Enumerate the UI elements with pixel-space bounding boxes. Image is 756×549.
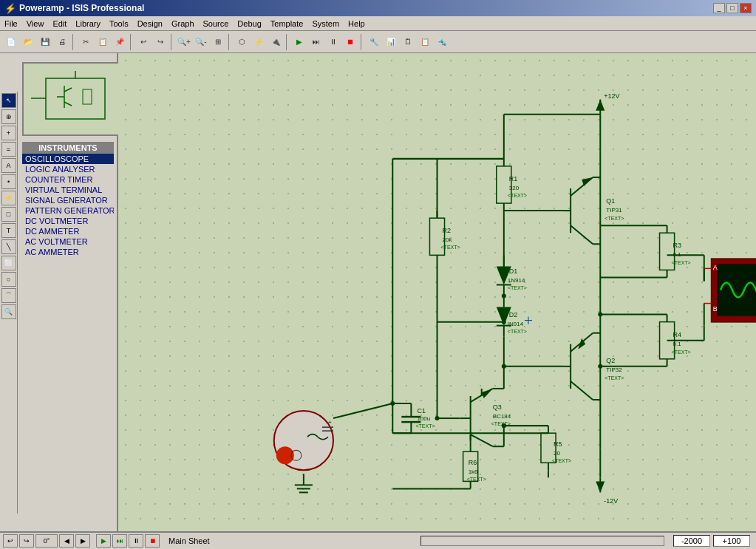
ltb-zoom[interactable]: 🔍	[1, 304, 16, 319]
menu-tools[interactable]: Tools	[105, 18, 133, 30]
minimize-button[interactable]: _	[713, 3, 725, 13]
instrument-pattern-generator[interactable]: PATTERN GENERATOR	[22, 205, 114, 216]
step-button[interactable]: ⏭	[112, 534, 127, 548]
tb-tools1[interactable]: 🔧	[366, 34, 382, 50]
menu-edit[interactable]: Edit	[48, 18, 71, 30]
menu-graph[interactable]: Graph	[167, 18, 199, 30]
svg-line-146	[333, 403, 392, 418]
ltb-label[interactable]: A	[1, 158, 16, 173]
tb-tools4[interactable]: 📋	[417, 34, 433, 50]
status-redo[interactable]: ↪	[19, 534, 34, 548]
svg-text:<TEXT>: <TEXT>	[552, 458, 571, 463]
tb-step[interactable]: ⏭	[308, 34, 324, 50]
ltb-rect[interactable]: ⬜	[1, 256, 16, 270]
svg-text:100u: 100u	[417, 415, 430, 422]
menu-library[interactable]: Library	[71, 18, 105, 30]
tb-tools5[interactable]: 🔩	[434, 34, 450, 50]
ltb-wire[interactable]: +	[1, 126, 16, 140]
tb-run[interactable]: ▶	[291, 34, 307, 50]
tb-stop[interactable]: ⏹	[342, 34, 358, 50]
tb-print[interactable]: 🖨	[54, 34, 70, 50]
svg-text:<TEXT>: <TEXT>	[672, 349, 691, 355]
svg-text:R6: R6	[469, 459, 477, 466]
ltb-line[interactable]: ╲	[1, 239, 16, 254]
ltb-junction[interactable]: •	[1, 174, 16, 189]
menu-design[interactable]: Design	[133, 18, 167, 30]
svg-point-119	[502, 423, 506, 428]
ltb-component[interactable]: ⊕	[1, 109, 16, 124]
tb-pause[interactable]: ⏸	[325, 34, 341, 50]
menu-debug[interactable]: Debug	[233, 18, 265, 30]
instrument-dc-ammeter[interactable]: DC AMMETER	[22, 226, 114, 236]
menu-template[interactable]: Template	[266, 18, 308, 30]
schematic-area[interactable]: +12V -12V R1 320 <TEXT> R2	[118, 53, 756, 531]
tb-copy[interactable]: 📋	[95, 34, 111, 50]
svg-line-89	[571, 381, 593, 400]
menu-view[interactable]: View	[22, 18, 49, 30]
preview-svg	[24, 64, 124, 134]
svg-text:R5: R5	[554, 440, 562, 448]
tb-sep6	[361, 34, 364, 50]
svg-text:R2: R2	[443, 227, 452, 234]
horizontal-scrollbar[interactable]	[420, 536, 665, 546]
nav-right[interactable]: ▶	[75, 534, 90, 548]
coord-y: +100	[713, 535, 750, 547]
svg-text:-12V: -12V	[604, 497, 618, 505]
nav-left[interactable]: ◀	[59, 534, 74, 548]
instrument-virtual-terminal[interactable]: VIRTUAL TERMINAL	[22, 185, 114, 195]
tb-cut[interactable]: ✂	[78, 34, 94, 50]
instrument-ac-voltmeter[interactable]: AC VOLTMETER	[22, 236, 114, 247]
tb-new[interactable]: 📄	[3, 34, 19, 50]
tb-tools2[interactable]: 📊	[383, 34, 399, 50]
maximize-button[interactable]: □	[726, 3, 738, 13]
svg-text:+: +	[328, 419, 332, 426]
schematic-svg: +12V -12V R1 320 <TEXT> R2	[118, 53, 756, 531]
svg-text:1k6: 1k6	[469, 468, 478, 475]
stop-button[interactable]: ⏹	[145, 534, 160, 548]
svg-rect-0	[24, 64, 124, 134]
instrument-logic-analyser[interactable]: LOGIC ANALYSER	[22, 164, 114, 174]
tb-tools3[interactable]: 🗒	[400, 34, 416, 50]
ltb-select[interactable]: ↖	[1, 93, 16, 108]
svg-text:20k: 20k	[443, 236, 453, 243]
tb-undo[interactable]: ↩	[135, 34, 151, 50]
ltb-arc[interactable]: ⌒	[1, 288, 16, 303]
menu-system[interactable]: System	[307, 18, 344, 30]
menu-source[interactable]: Source	[199, 18, 234, 30]
tb-open[interactable]: 📂	[20, 34, 36, 50]
tb-zoom-in[interactable]: 🔍+	[176, 34, 192, 50]
tb-zoom-fit[interactable]: ⊞	[210, 34, 226, 50]
tb-wire[interactable]: ⬡	[234, 34, 250, 50]
instrument-oscilloscope[interactable]: OSCILLOSCOPE	[22, 154, 114, 164]
close-button[interactable]: ×	[740, 3, 752, 13]
tb-redo[interactable]: ↪	[152, 34, 168, 50]
instrument-dc-voltmeter[interactable]: DC VOLTMETER	[22, 216, 114, 226]
instruments-panel: INSTRUMENTS OSCILLOSCOPE LOGIC ANALYSER …	[22, 142, 114, 257]
svg-rect-156	[718, 264, 756, 316]
menu-file[interactable]: File	[0, 18, 22, 30]
pause-button[interactable]: ⏸	[129, 534, 143, 548]
tb-save[interactable]: 💾	[37, 34, 53, 50]
instrument-ac-ammeter[interactable]: AC AMMETER	[22, 247, 114, 257]
tb-zoom-out[interactable]: 🔍-	[193, 34, 209, 50]
svg-text:<TEXT>: <TEXT>	[605, 216, 624, 221]
svg-text:Q1: Q1	[606, 197, 615, 205]
tb-power[interactable]: 🔌	[268, 34, 284, 50]
ltb-bus[interactable]: =	[1, 142, 16, 157]
status-bar: ↩ ↪ 0° ◀ ▶ ▶ ⏭ ⏸ ⏹ Main Sheet -2000 +100	[0, 531, 756, 549]
ltb-power[interactable]: ⚡	[1, 191, 16, 205]
svg-text:<TEXT>: <TEXT>	[508, 193, 527, 198]
menu-help[interactable]: Help	[344, 18, 370, 30]
status-undo[interactable]: ↩	[3, 534, 18, 548]
instrument-counter-timer[interactable]: COUNTER TIMER	[22, 174, 114, 185]
tb-paste[interactable]: 📌	[112, 34, 128, 50]
ltb-port[interactable]: □	[1, 207, 16, 222]
ltb-text[interactable]: T	[1, 223, 16, 238]
play-button[interactable]: ▶	[96, 534, 111, 548]
svg-text:B: B	[713, 305, 718, 313]
tb-component[interactable]: ⚡	[251, 34, 267, 50]
instrument-signal-generator[interactable]: SIGNAL GENERATOR	[22, 195, 114, 205]
svg-text:<TEXT>: <TEXT>	[508, 329, 527, 334]
ltb-circle[interactable]: ○	[1, 272, 16, 287]
svg-point-83	[598, 364, 602, 369]
